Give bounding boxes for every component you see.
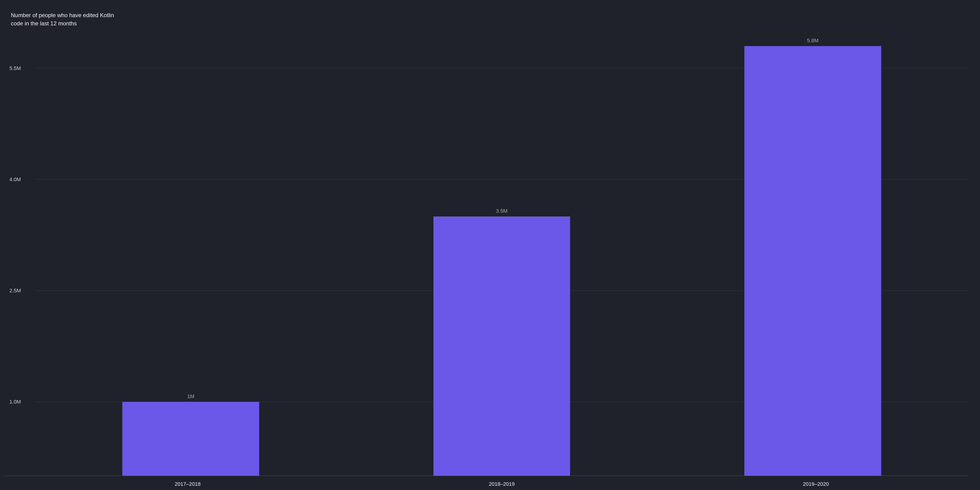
bar-slot: 5.8M: [657, 16, 968, 476]
bar-slot: 1M: [35, 16, 346, 476]
y-tick-label: 5.5M: [5, 65, 30, 71]
bar-value-label: 5.8M: [807, 38, 818, 44]
y-tick-label: 1.0M: [5, 399, 30, 405]
plot-area: 1.0M2.5M4.0M5.5M 1M3.5M5.8M: [35, 16, 968, 476]
bar: 1M: [122, 402, 259, 476]
chart-container: Number of people who have edited Kotlin …: [0, 0, 980, 490]
bar-slot: 3.5M: [346, 16, 657, 476]
bars-container: 1M3.5M5.8M: [35, 16, 968, 476]
bar-value-label: 1M: [187, 393, 194, 400]
x-tick-label: 2018–2019: [345, 481, 659, 487]
y-tick-label: 4.0M: [5, 176, 30, 182]
bar: 5.8M: [745, 46, 881, 476]
x-axis: 2017–20182018–20192019–2020: [30, 481, 973, 487]
chart-title: Number of people who have edited Kotlin …: [11, 11, 114, 28]
x-axis-line: [5, 476, 968, 476]
y-tick-label: 2.5M: [5, 288, 30, 294]
bar: 3.5M: [433, 216, 570, 476]
x-tick-label: 2019–2020: [659, 481, 973, 487]
x-tick-label: 2017–2018: [30, 481, 345, 487]
bar-value-label: 3.5M: [496, 208, 508, 214]
